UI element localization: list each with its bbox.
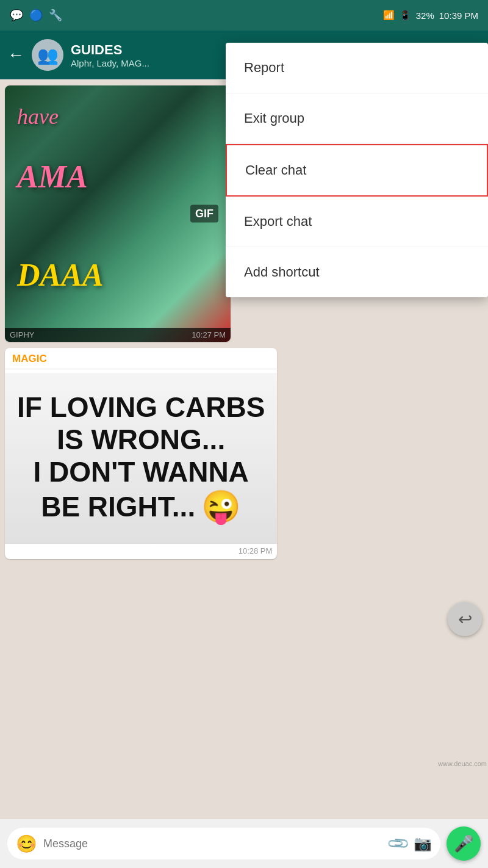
- context-menu: Report Exit group Clear chat Export chat…: [226, 43, 488, 297]
- menu-item-clear-chat[interactable]: Clear chat: [226, 144, 488, 197]
- menu-item-exit-group[interactable]: Exit group: [226, 93, 488, 144]
- menu-item-export-chat[interactable]: Export chat: [226, 197, 488, 247]
- menu-item-add-shortcut[interactable]: Add shortcut: [226, 247, 488, 297]
- menu-item-report[interactable]: Report: [226, 43, 488, 93]
- dropdown-overlay: Report Exit group Clear chat Export chat…: [0, 0, 488, 868]
